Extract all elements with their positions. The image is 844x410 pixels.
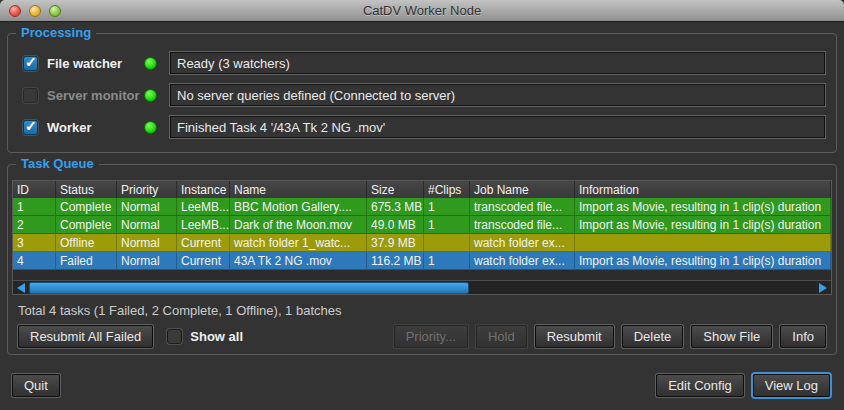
status-dot-icon (144, 57, 157, 70)
file-watcher-row: ✓ File watcher Ready (3 watchers) (23, 52, 825, 74)
priority-button[interactable]: Priority... (394, 325, 468, 348)
window-content: Processing ✓ File watcher Ready (3 watch… (0, 22, 844, 355)
server-monitor-label: Server monitor (47, 88, 144, 103)
table-cell: LeeMB... (177, 216, 230, 234)
show-all-checkbox[interactable] (167, 329, 182, 344)
column-header[interactable]: ID (13, 181, 56, 198)
server-monitor-checkbox[interactable] (23, 88, 38, 103)
status-dot-icon (144, 89, 157, 102)
server-monitor-status-text: No server queries defined (Connected to … (177, 88, 455, 103)
task-table: IDStatusPriorityInstanceNameSize#ClipsJo… (12, 180, 832, 295)
worker-row: ✓ Worker Finished Task 4 '/43A Tk 2 NG .… (23, 116, 825, 138)
close-icon[interactable] (9, 5, 21, 17)
table-cell: Complete (56, 198, 117, 216)
horizontal-scrollbar[interactable] (13, 280, 831, 294)
zoom-icon[interactable] (49, 5, 61, 17)
table-cell: Current (177, 234, 230, 252)
table-cell: 1 (424, 252, 470, 270)
table-cell: Import as Movie, resulting in 1 clip(s) … (575, 252, 831, 270)
table-cell: Failed (56, 252, 117, 270)
task-action-buttons: Priority... Hold Resubmit Delete Show Fi… (394, 325, 826, 348)
file-watcher-status-field[interactable]: Ready (3 watchers) (170, 52, 825, 74)
processing-group-label: Processing (16, 25, 96, 40)
task-queue-group-label: Task Queue (16, 156, 99, 171)
task-summary-text: Total 4 tasks (1 Failed, 2 Complete, 1 O… (18, 303, 826, 318)
column-header[interactable]: Priority (117, 181, 177, 198)
table-cell: BBC Motion Gallery.... (230, 198, 367, 216)
scrollbar-track[interactable] (29, 282, 815, 294)
worker-checkbox[interactable]: ✓ (23, 120, 38, 135)
table-cell: 1 (424, 198, 470, 216)
minimize-icon[interactable] (29, 5, 41, 17)
info-button[interactable]: Info (780, 325, 826, 348)
task-queue-group: Task Queue IDStatusPriorityInstanceNameS… (7, 164, 837, 355)
hold-button[interactable]: Hold (476, 325, 527, 348)
table-cell: 675.3 MB (367, 198, 424, 216)
table-cell: transcoded file... (470, 198, 575, 216)
column-header[interactable]: Instance (177, 181, 230, 198)
titlebar[interactable]: CatDV Worker Node (0, 0, 844, 22)
show-all-control: Show all (167, 329, 243, 344)
table-cell: Offline (56, 234, 117, 252)
table-cell: Current (177, 252, 230, 270)
table-row[interactable]: 4FailedNormalCurrent43A Tk 2 NG .mov116.… (13, 252, 831, 270)
scrollbar-thumb[interactable] (29, 282, 469, 294)
table-cell: Normal (117, 216, 177, 234)
table-cell: watch folder ex... (470, 252, 575, 270)
checkmark-icon: ✓ (25, 118, 37, 134)
table-cell: Dark of the Moon.mov (230, 216, 367, 234)
file-watcher-status-text: Ready (3 watchers) (177, 56, 290, 71)
table-cell (575, 234, 831, 252)
table-row[interactable]: 3OfflineNormalCurrentwatch folder 1_watc… (13, 234, 831, 252)
table-cell: 1 (13, 198, 56, 216)
table-cell: Import as Movie, resulting in 1 clip(s) … (575, 198, 831, 216)
column-header[interactable]: Size (367, 181, 424, 198)
table-cell: 49.0 MB (367, 216, 424, 234)
footer-bar: Quit Edit Config View Log (0, 374, 844, 397)
worker-status-text: Finished Task 4 '/43A Tk 2 NG .mov' (177, 120, 385, 135)
column-header[interactable]: Information (575, 181, 831, 198)
table-cell: Normal (117, 198, 177, 216)
scroll-left-arrow-icon[interactable] (17, 283, 25, 293)
table-cell: 2 (13, 216, 56, 234)
table-cell: 43A Tk 2 NG .mov (230, 252, 367, 270)
edit-config-button[interactable]: Edit Config (656, 374, 744, 397)
table-body: 1CompleteNormalLeeMB...BBC Motion Galler… (13, 198, 831, 280)
table-cell: 1 (424, 216, 470, 234)
table-cell: Normal (117, 252, 177, 270)
file-watcher-checkbox[interactable]: ✓ (23, 56, 38, 71)
table-header-row: IDStatusPriorityInstanceNameSize#ClipsJo… (13, 181, 831, 198)
column-header[interactable]: #Clips (424, 181, 470, 198)
resubmit-button[interactable]: Resubmit (535, 325, 614, 348)
table-cell: watch folder 1_watc... (230, 234, 367, 252)
table-cell: 3 (13, 234, 56, 252)
server-monitor-status-field[interactable]: No server queries defined (Connected to … (170, 84, 825, 106)
table-cell: 116.2 MB (367, 252, 424, 270)
column-header[interactable]: Job Name (470, 181, 575, 198)
table-cell: Complete (56, 216, 117, 234)
scroll-right-arrow-icon[interactable] (819, 283, 827, 293)
delete-button[interactable]: Delete (622, 325, 684, 348)
table-row[interactable]: 2CompleteNormalLeeMB...Dark of the Moon.… (13, 216, 831, 234)
task-queue-toolbar: Resubmit All Failed Show all Priority...… (18, 325, 826, 348)
table-cell: LeeMB... (177, 198, 230, 216)
table-cell: watch folder ex... (470, 234, 575, 252)
show-file-button[interactable]: Show File (691, 325, 772, 348)
resubmit-all-failed-button[interactable]: Resubmit All Failed (18, 325, 153, 348)
server-monitor-row: Server monitor No server queries defined… (23, 84, 825, 106)
view-log-button[interactable]: View Log (753, 374, 830, 397)
worker-label: Worker (47, 120, 144, 135)
catdv-worker-node-window: CatDV Worker Node Processing ✓ File watc… (0, 0, 844, 410)
table-row[interactable]: 1CompleteNormalLeeMB...BBC Motion Galler… (13, 198, 831, 216)
column-header[interactable]: Name (230, 181, 367, 198)
table-cell: transcoded file... (470, 216, 575, 234)
file-watcher-label: File watcher (47, 56, 144, 71)
table-cell: 4 (13, 252, 56, 270)
window-title: CatDV Worker Node (0, 3, 844, 18)
worker-status-field[interactable]: Finished Task 4 '/43A Tk 2 NG .mov' (170, 116, 825, 138)
window-controls (9, 5, 61, 17)
table-cell: Import as Movie, resulting in 1 clip(s) … (575, 216, 831, 234)
column-header[interactable]: Status (56, 181, 117, 198)
processing-group: Processing ✓ File watcher Ready (3 watch… (7, 33, 837, 153)
quit-button[interactable]: Quit (12, 374, 60, 397)
